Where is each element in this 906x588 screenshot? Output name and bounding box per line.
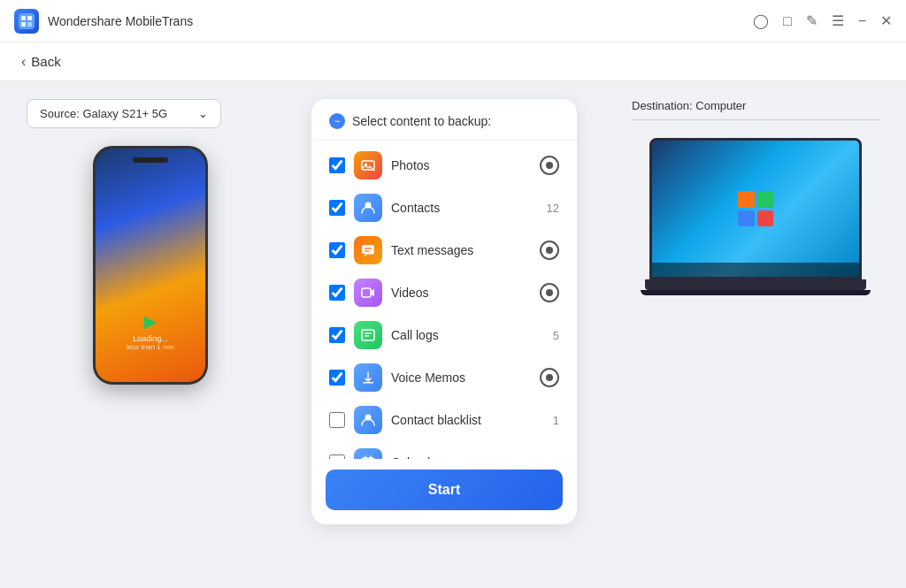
minimize-icon[interactable]: − xyxy=(858,13,866,29)
label-calendar: Calendar xyxy=(391,455,538,459)
play-icon xyxy=(142,315,158,331)
windows-logo xyxy=(738,191,773,226)
phone-vol-down-btn xyxy=(93,224,95,246)
svg-rect-1 xyxy=(21,16,26,20)
count-calendar: 25 xyxy=(547,456,559,460)
svg-rect-4 xyxy=(27,22,32,27)
laptop-screen-content xyxy=(652,141,859,277)
circle-icon-photos xyxy=(540,156,559,175)
label-calllogs: Call logs xyxy=(391,328,544,342)
phone-device: Loading... less than 1 min xyxy=(93,146,208,385)
checkbox-contacts[interactable] xyxy=(329,200,345,216)
back-chevron-icon: ‹ xyxy=(21,54,26,70)
svg-rect-11 xyxy=(362,288,371,297)
checkbox-calllogs[interactable] xyxy=(329,327,345,343)
circle-icon-voicememos xyxy=(540,368,559,387)
backup-card-header: − Select content to backup: xyxy=(311,113,577,141)
menu-icon[interactable]: ☰ xyxy=(832,12,844,29)
laptop-device xyxy=(649,138,862,295)
backup-card: − Select content to backup: PhotosContac… xyxy=(311,99,577,524)
icon-voicememos xyxy=(354,363,382,392)
loading-sub-text: less than 1 min xyxy=(127,343,174,351)
start-button[interactable]: Start xyxy=(326,470,563,510)
backup-item-calllogs[interactable]: Call logs5 xyxy=(311,314,577,356)
win-quad-4 xyxy=(757,210,774,227)
label-videos: Videos xyxy=(391,286,531,300)
close-icon[interactable]: ✕ xyxy=(880,12,892,29)
backup-item-calendar[interactable]: Calendar25 xyxy=(311,441,577,459)
icon-sms xyxy=(354,236,382,264)
checkbox-videos[interactable] xyxy=(329,285,345,301)
backup-item-sms[interactable]: Text messages xyxy=(311,229,577,271)
back-button[interactable]: ‹ Back xyxy=(21,54,61,70)
win-quad-2 xyxy=(757,191,774,208)
laptop-taskbar xyxy=(652,263,859,277)
window-controls: ◯ □ ✎ ☰ − ✕ xyxy=(753,12,892,29)
laptop-container xyxy=(632,138,879,295)
count-calllogs: 5 xyxy=(553,329,559,342)
count-blacklist: 1 xyxy=(553,414,559,427)
label-sms: Text messages xyxy=(391,243,531,257)
icon-contacts xyxy=(354,194,382,222)
svg-rect-17 xyxy=(362,458,374,459)
backup-item-voicememos[interactable]: Voice Memos xyxy=(311,356,577,399)
icon-videos xyxy=(354,279,382,307)
icon-calendar xyxy=(354,448,382,459)
label-contacts: Contacts xyxy=(391,201,538,215)
laptop-base xyxy=(645,279,866,290)
circle-icon-sms xyxy=(540,241,559,260)
phone-vol-up-btn xyxy=(93,193,95,215)
label-blacklist: Contact blacklist xyxy=(391,413,544,427)
svg-rect-0 xyxy=(19,13,35,29)
source-dropdown-icon: ⌄ xyxy=(198,107,208,120)
svg-rect-12 xyxy=(362,330,374,340)
checkbox-sms[interactable] xyxy=(329,242,345,258)
left-panel: Source: Galaxy S21+ 5G ⌄ Loading... less… xyxy=(27,99,274,385)
label-photos: Photos xyxy=(391,158,531,172)
source-selector[interactable]: Source: Galaxy S21+ 5G ⌄ xyxy=(27,99,221,128)
checkbox-photos[interactable] xyxy=(329,157,345,173)
svg-rect-3 xyxy=(21,22,26,27)
icon-blacklist xyxy=(354,406,382,434)
phone-container: Loading... less than 1 min xyxy=(27,146,274,385)
laptop-screen xyxy=(649,138,862,279)
checkbox-calendar[interactable] xyxy=(329,454,345,459)
icon-calllogs xyxy=(354,321,382,349)
icon-photos xyxy=(354,151,382,179)
main-content: Source: Galaxy S21+ 5G ⌄ Loading... less… xyxy=(0,81,906,588)
window-icon[interactable]: □ xyxy=(783,13,792,29)
svg-rect-15 xyxy=(363,382,373,384)
count-contacts: 12 xyxy=(547,202,559,215)
edit-icon[interactable]: ✎ xyxy=(806,12,818,29)
svg-rect-8 xyxy=(362,245,374,254)
backup-item-photos[interactable]: Photos xyxy=(311,144,577,187)
win-quad-3 xyxy=(738,210,755,227)
loading-text: Loading... xyxy=(127,334,174,343)
backup-item-blacklist[interactable]: Contact blacklist1 xyxy=(311,399,577,441)
circle-icon-videos xyxy=(540,283,559,302)
source-label: Source: Galaxy S21+ 5G xyxy=(40,107,167,120)
laptop-bottom xyxy=(641,290,871,295)
phone-power-btn xyxy=(206,202,208,237)
backup-card-title: Select content to backup: xyxy=(352,114,491,128)
destination-label: Destination: Computer xyxy=(632,99,879,120)
checkbox-voicememos[interactable] xyxy=(329,370,345,386)
backup-item-contacts[interactable]: Contacts12 xyxy=(311,187,577,229)
phone-screen: Loading... less than 1 min xyxy=(96,149,205,382)
backup-list: PhotosContacts12Text messagesVideosCall … xyxy=(311,141,577,459)
right-panel: Destination: Computer xyxy=(614,99,879,295)
backup-item-videos[interactable]: Videos xyxy=(311,271,577,314)
phone-loading: Loading... less than 1 min xyxy=(127,315,174,351)
app-logo xyxy=(14,9,39,34)
phone-notch xyxy=(133,157,168,163)
back-label: Back xyxy=(31,54,60,69)
label-voicememos: Voice Memos xyxy=(391,370,531,385)
svg-rect-2 xyxy=(27,16,32,20)
app-title: Wondershare MobileTrans xyxy=(48,14,753,28)
win-quad-1 xyxy=(738,191,755,208)
user-icon[interactable]: ◯ xyxy=(753,12,769,29)
checkbox-blacklist[interactable] xyxy=(329,412,345,428)
center-panel: − Select content to backup: PhotosContac… xyxy=(274,99,614,524)
titlebar: Wondershare MobileTrans ◯ □ ✎ ☰ − ✕ xyxy=(0,0,906,42)
select-all-minus-icon[interactable]: − xyxy=(329,113,345,129)
